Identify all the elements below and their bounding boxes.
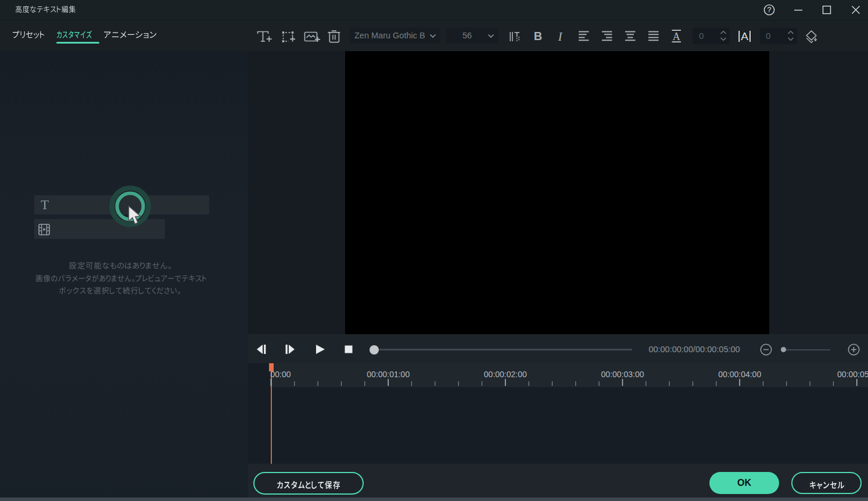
svg-text:A: A [673, 31, 680, 42]
svg-text:?: ? [767, 6, 772, 14]
svg-text:00:00:05: 00:00:05 [837, 370, 868, 379]
svg-text:A: A [741, 30, 748, 42]
svg-text:00:00:02:00: 00:00:02:00 [484, 370, 527, 379]
svg-text:00:00:03:00: 00:00:03:00 [601, 370, 644, 379]
svg-text:00:00:01:00: 00:00:01:00 [367, 370, 410, 379]
svg-text:00:00:04:00: 00:00:04:00 [718, 370, 761, 379]
svg-text:00:00: 00:00 [271, 370, 291, 379]
